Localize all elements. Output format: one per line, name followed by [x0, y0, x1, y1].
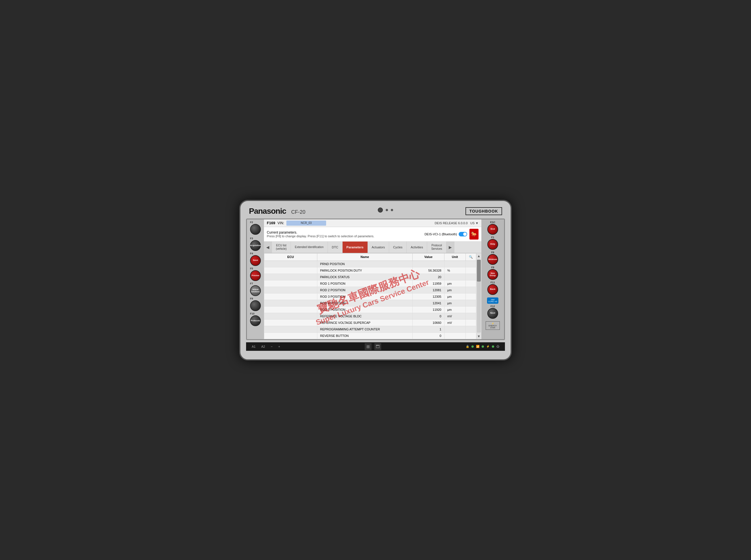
cell-value: 12305: [412, 293, 444, 300]
cell-name: PRND POSITION: [317, 261, 412, 267]
f10-protocols-button[interactable]: Protocols: [250, 315, 261, 326]
cell-name: ROD 3 POSITION: [317, 293, 412, 300]
cell-empty: [465, 332, 476, 339]
cell-ecu: [264, 306, 317, 313]
fn-f10-label: F10: [250, 312, 261, 315]
fn-f6-label: F6: [487, 251, 498, 254]
bluetooth-toggle[interactable]: [459, 232, 467, 236]
cell-value: 11920: [412, 306, 444, 313]
right-function-buttons: ESC End F1 Help F6 Minimum F8 NewGroup F…: [481, 219, 504, 339]
scroll-down-button[interactable]: ▼: [476, 334, 481, 339]
cell-unit: [444, 261, 465, 267]
table-row: PARKLOCK POSITION DUTY 56.36328 %: [264, 267, 476, 274]
cell-empty: [465, 267, 476, 274]
cell-unit: μm: [444, 300, 465, 306]
info-bar: Current parameters. Press [F8] to change…: [264, 227, 481, 242]
f5-preview-button[interactable]: Preview: [250, 270, 261, 281]
f11-back-button[interactable]: Back: [487, 284, 498, 295]
fn-f8-label: F8: [487, 266, 498, 269]
current-params-text: Current parameters.: [267, 231, 374, 235]
tab-left-arrow[interactable]: ◀: [264, 242, 272, 253]
fn-f11-label: F11: [487, 281, 498, 284]
taskbar-center: ⊞ 🗔: [365, 343, 381, 350]
cell-value: 12041: [412, 300, 444, 306]
taskbar-plus[interactable]: +: [278, 345, 280, 348]
cell-name: PARKLOCK STATUS: [317, 274, 412, 280]
windows-button[interactable]: ⊞: [365, 343, 371, 350]
bluetooth-icon: ⚡: [486, 345, 490, 348]
f8-newgroup-button[interactable]: NewGroup: [487, 269, 498, 280]
tab-right-arrow[interactable]: ▶: [446, 242, 454, 253]
cell-unit: %: [444, 267, 465, 274]
cell-empty: [465, 274, 476, 280]
camera-indicator2: [391, 209, 393, 211]
cell-unit: mV: [444, 319, 465, 326]
cell-ecu: [264, 332, 317, 339]
ferrari-logo: 🐎: [469, 229, 479, 240]
energy-star-badge: ⚡ENERGY STAR: [486, 321, 500, 330]
cell-value: 1: [412, 326, 444, 332]
cell-empty: [465, 319, 476, 326]
brand-logo: Panasonic: [249, 207, 286, 216]
cell-name: ROD 4 POSITION: [317, 300, 412, 306]
vin-bar: NCR_03: [286, 221, 326, 226]
power-button[interactable]: ⏻: [496, 345, 499, 348]
brand-model: CF-20: [291, 209, 305, 215]
vin-area: F169 VIN: NCR_03: [267, 221, 326, 226]
col-search[interactable]: 🔍: [465, 253, 476, 261]
tab-extended-identification[interactable]: Extended Identification: [291, 242, 328, 253]
esc-end-button[interactable]: End: [487, 224, 498, 235]
f4-save-button[interactable]: Save: [250, 255, 261, 266]
taskbar-minus[interactable]: −: [271, 345, 272, 348]
vin-label: VIN:: [278, 221, 284, 225]
table-row: REFERNCE VOLTAGE SUPERCAP 10660 mV: [264, 319, 476, 326]
f7-vehicle-button[interactable]: Vehiclefunctions: [250, 285, 261, 296]
f2-button[interactable]: [250, 224, 261, 235]
tab-protocol-services[interactable]: ProtocolServices: [427, 242, 446, 253]
tab-dtc[interactable]: DTC: [328, 242, 343, 253]
cell-name: ROD 2 POSITION: [317, 287, 412, 293]
table-row: REVERSE BUTTON 0: [264, 332, 476, 339]
taskbar-left: A1 A2 − +: [252, 345, 280, 348]
col-ecu: ECU: [264, 253, 317, 261]
cell-ecu: [264, 287, 317, 293]
device-top: Panasonic CF-20 TOUGHBOOK: [246, 207, 505, 216]
col-unit: Unit: [444, 253, 465, 261]
fn-f1-label: F1: [487, 236, 498, 239]
cell-name: REFERNCE VOLTAGE BLDC: [317, 313, 412, 319]
table-container: 寶馳名車國際服務中心 Super Luxury Cars Service Cen…: [264, 253, 481, 339]
table-row: PARKLOCK STATUS 20: [264, 274, 476, 280]
instruction-text: Press [F8] to change display. Press [F11…: [267, 235, 374, 238]
tab-ecu-list[interactable]: ECU list(vehicle): [272, 242, 291, 253]
device-frame: Panasonic CF-20 TOUGHBOOK F2 F3 Acquisit…: [239, 200, 512, 360]
taskbar-a1[interactable]: A1: [252, 345, 256, 348]
taskbar: A1 A2 − + ⊞ 🗔 🔒 📶 ⚡ ⏻: [246, 342, 505, 351]
cell-ecu: [264, 274, 317, 280]
cell-ecu: [264, 319, 317, 326]
cell-empty: [465, 313, 476, 319]
f12-next-button[interactable]: Next: [487, 308, 498, 319]
action-center-button[interactable]: 🗔: [374, 343, 381, 350]
cell-empty: [465, 300, 476, 306]
f6-minimum-button[interactable]: Minimum: [487, 254, 498, 265]
f3-acquisition-button[interactable]: Acquisition: [250, 240, 261, 251]
tab-cycles[interactable]: Cycles: [389, 242, 407, 253]
tab-parameters[interactable]: Parameters: [343, 242, 368, 253]
cell-ecu: [264, 280, 317, 287]
lock-icon: 🔒: [466, 345, 469, 348]
camera-lens: [378, 207, 383, 213]
wifi-status-dot: [471, 345, 474, 348]
camera-area: [378, 207, 393, 213]
cell-value: 20: [412, 274, 444, 280]
f9-button[interactable]: [250, 300, 261, 311]
tab-actuators[interactable]: Actuators: [368, 242, 389, 253]
taskbar-a2[interactable]: A2: [261, 345, 265, 348]
col-value: Value: [412, 253, 444, 261]
table-row: REPROGRAMMING ATTEMPT COUNTER 1: [264, 326, 476, 332]
scroll-up-button[interactable]: ▲: [476, 253, 481, 259]
tab-activities[interactable]: Activities: [407, 242, 427, 253]
camera-indicator: [386, 209, 388, 211]
table-wrapper: 寶馳名車國際服務中心 Super Luxury Cars Service Cen…: [264, 253, 476, 339]
top-bar: F169 VIN: NCR_03 DEIS RELEASE 6.0.0.0 US…: [264, 219, 481, 227]
f1-help-button[interactable]: Help: [487, 239, 498, 250]
